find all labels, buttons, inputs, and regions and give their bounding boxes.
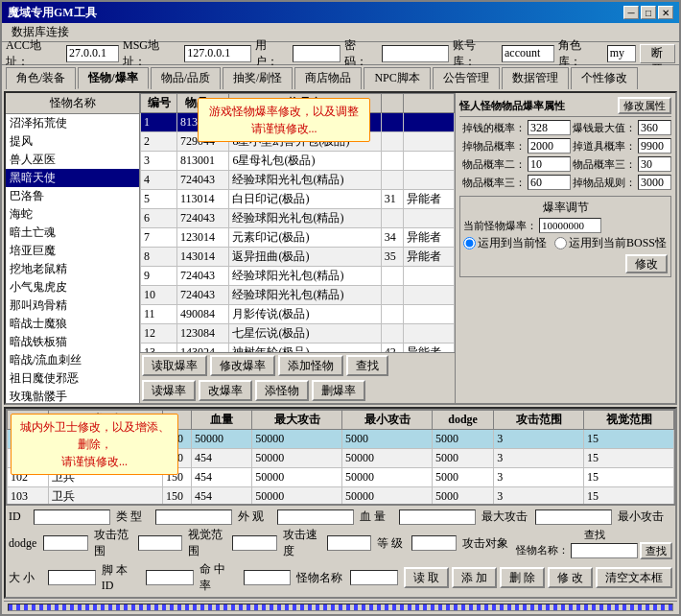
drop-rate-input[interactable]: [528, 120, 571, 135]
monstername-field[interactable]: [350, 570, 398, 585]
tab-data[interactable]: 数据管理: [502, 67, 569, 89]
monster-item[interactable]: 提风: [6, 132, 139, 151]
radio-boss-input[interactable]: [554, 237, 567, 249]
table-row[interactable]: 13143024神树年轮(极品)42异能者: [141, 344, 455, 353]
clear-btn[interactable]: 清空文本框: [596, 567, 672, 588]
pwd-input[interactable]: [382, 45, 449, 62]
dodge-field[interactable]: [43, 535, 88, 551]
add-guard-btn[interactable]: 添 加: [452, 567, 497, 588]
minimize-button[interactable]: ─: [623, 6, 639, 19]
explode-modify-btn[interactable]: 修改: [625, 254, 668, 273]
id-field[interactable]: [34, 509, 110, 525]
connect-button[interactable]: 断开: [640, 44, 675, 63]
maxatk-field[interactable]: [535, 509, 612, 525]
tab-character[interactable]: 角色/装备: [6, 67, 76, 89]
form-row2: dodge 攻击范围 视觉范围 攻击速度 等 级 攻击对象 查找 怪物名称：: [9, 527, 672, 559]
mod-guard-btn[interactable]: 修 改: [548, 567, 593, 588]
tab-custom[interactable]: 个性修改: [571, 67, 638, 89]
add-btn2[interactable]: 添怪物: [255, 380, 309, 401]
type-field[interactable]: [155, 509, 232, 525]
tab-npc[interactable]: NPC脚本: [364, 67, 430, 89]
user-input[interactable]: [293, 45, 340, 62]
appearance-label: 外 观: [238, 509, 271, 525]
tab-shop[interactable]: 商店物品: [294, 67, 362, 89]
id-label: ID: [9, 509, 28, 524]
item-count-input[interactable]: [528, 156, 571, 172]
deathrate-field[interactable]: [244, 570, 292, 585]
table-row[interactable]: 38130016星母礼包(极品): [141, 152, 455, 171]
monster-item[interactable]: 祖日魔使邪恶: [6, 369, 139, 388]
read-explode-btn[interactable]: 读取爆率: [142, 355, 207, 376]
msg-input[interactable]: [184, 45, 251, 62]
table-row[interactable]: 12123084七星伝说(极品): [141, 324, 455, 344]
monster-item[interactable]: 小气鬼虎皮: [6, 278, 139, 296]
monstername-search-input[interactable]: [571, 543, 638, 558]
item-count3-input[interactable]: [528, 175, 571, 190]
radio-current[interactable]: 运用到当前怪: [463, 235, 547, 251]
current-rate-input[interactable]: [539, 218, 601, 233]
monster-item[interactable]: 暗土亡魂: [6, 224, 139, 242]
monster-item[interactable]: 暗战铁板猫: [6, 333, 139, 351]
table-row[interactable]: 4724043经验球阳光礼包(精品): [141, 171, 455, 190]
monster-item[interactable]: 兽人巫医: [6, 151, 139, 169]
drop-rule-input[interactable]: [638, 175, 671, 190]
close-button[interactable]: ✕: [658, 6, 673, 19]
del-guard-btn[interactable]: 删 除: [500, 567, 545, 588]
monster-list[interactable]: 沼泽拓荒使 提风 兽人巫医 黑暗天使 巴洛鲁 海蛇 暗土亡魂 培亚巨魔 挖地老鼠…: [6, 114, 139, 403]
item-count2-input[interactable]: [638, 156, 671, 172]
find-monster-btn[interactable]: 查找: [640, 542, 672, 559]
level-field[interactable]: [411, 535, 457, 551]
tab-lottery[interactable]: 抽奖/刷怪: [223, 67, 293, 89]
script-field[interactable]: [146, 570, 194, 585]
acc-input[interactable]: [66, 45, 119, 62]
visrange-field[interactable]: [232, 535, 277, 551]
modify-attr-btn[interactable]: 修改属性: [618, 97, 671, 114]
tab-item[interactable]: 物品/品质: [151, 67, 221, 89]
table-row[interactable]: 8143014返异扭曲(极品)35异能者: [141, 248, 455, 267]
item-count2-label: 物品概率三：: [573, 157, 636, 172]
max-money-input[interactable]: [638, 120, 671, 135]
maximize-button[interactable]: □: [641, 6, 656, 19]
atkrange-field[interactable]: [138, 535, 183, 551]
size-field[interactable]: [48, 570, 96, 585]
monster-item[interactable]: 那叫鸡骨精: [6, 296, 139, 315]
appearance-field[interactable]: [277, 509, 354, 525]
db-input[interactable]: [502, 45, 554, 62]
del-btn[interactable]: 删爆率: [312, 380, 365, 401]
tab-monster[interactable]: 怪物/爆率: [78, 67, 148, 89]
change-btn[interactable]: 改爆率: [199, 380, 252, 401]
add-monster-btn[interactable]: 添加怪物: [278, 355, 343, 376]
monster-item[interactable]: 暗战/流血刺丝: [6, 351, 139, 369]
role-input[interactable]: [607, 45, 636, 62]
radio-boss[interactable]: 运用到当前BOSS怪: [554, 235, 667, 251]
monster-item[interactable]: 挖地老鼠精: [6, 260, 139, 278]
hp-field[interactable]: [399, 509, 476, 525]
monster-item[interactable]: 海蛇: [6, 205, 139, 224]
table-row[interactable]: 5113014白日印记(极品)31异能者: [141, 190, 455, 209]
atkspeed-field[interactable]: [327, 535, 372, 551]
guard-row[interactable]: 103卫兵15045450000500005000315: [8, 487, 674, 506]
monster-item[interactable]: 黑暗天使: [6, 169, 139, 187]
monster-item[interactable]: 沼泽拓荒使: [6, 114, 139, 132]
table-row[interactable]: 11490084月影传说(极品): [141, 305, 455, 324]
read-btn2[interactable]: 读爆率: [142, 380, 196, 401]
find-btn[interactable]: 查找: [346, 355, 388, 376]
tab-announce[interactable]: 公告管理: [433, 67, 500, 89]
max-money-label: 爆钱最大值：: [573, 121, 636, 135]
radio-current-input[interactable]: [463, 237, 476, 249]
read-guard-btn[interactable]: 读 取: [404, 567, 449, 588]
item-rate-input[interactable]: [528, 138, 571, 154]
radio-group: 运用到当前怪 运用到当前BOSS怪: [463, 235, 668, 251]
table-row[interactable]: 9724043经验球阳光礼包(精品): [141, 267, 455, 286]
monster-item[interactable]: 玫瑰骷髅手: [6, 388, 139, 403]
monster-item[interactable]: 巴洛鲁: [6, 187, 139, 205]
monster-item[interactable]: 暗战士魔狼: [6, 315, 139, 333]
item-rate-label: 掉物品概率：: [459, 139, 526, 154]
mod-explode-btn[interactable]: 修改爆率: [210, 355, 275, 376]
table-row[interactable]: 10724043经验球阳光礼包(精品): [141, 286, 455, 305]
monster-item[interactable]: 培亚巨魔: [6, 242, 139, 260]
col-num: 编号: [141, 94, 177, 113]
drop-item-input[interactable]: [638, 138, 671, 154]
table-row[interactable]: 6724043经验球阳光礼包(精品): [141, 209, 455, 228]
table-row[interactable]: 7123014元素印记(极品)34异能者: [141, 228, 455, 248]
